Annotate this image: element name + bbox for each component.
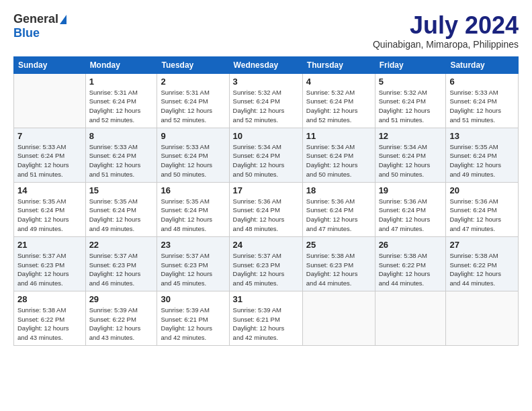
day-number: 19 <box>379 185 443 195</box>
day-info: Sunrise: 5:34 AMSunset: 6:24 PMDaylight:… <box>379 142 443 179</box>
location: Quinabigan, Mimaropa, Philippines <box>373 39 519 50</box>
day-number: 15 <box>89 185 154 195</box>
day-info: Sunrise: 5:39 AMSunset: 6:22 PMDaylight:… <box>89 306 154 342</box>
day-info: Sunrise: 5:31 AMSunset: 6:24 PMDaylight:… <box>89 88 154 125</box>
day-info: Sunrise: 5:32 AMSunset: 6:24 PMDaylight:… <box>306 88 371 125</box>
day-info: Sunrise: 5:36 AMSunset: 6:24 PMDaylight:… <box>379 197 443 234</box>
calendar-cell: 29Sunrise: 5:39 AMSunset: 6:22 PMDayligh… <box>85 291 157 345</box>
day-info: Sunrise: 5:35 AMSunset: 6:24 PMDaylight:… <box>161 197 225 234</box>
calendar-cell: 12Sunrise: 5:34 AMSunset: 6:24 PMDayligh… <box>375 128 446 182</box>
day-info: Sunrise: 5:33 AMSunset: 6:24 PMDaylight:… <box>17 142 82 179</box>
day-number: 22 <box>89 240 154 250</box>
week-row-2: 7Sunrise: 5:33 AMSunset: 6:24 PMDaylight… <box>14 128 519 182</box>
day-number: 8 <box>89 131 154 141</box>
day-number: 29 <box>89 294 154 304</box>
calendar-cell: 15Sunrise: 5:35 AMSunset: 6:24 PMDayligh… <box>85 182 157 236</box>
day-number: 21 <box>17 240 82 250</box>
day-info: Sunrise: 5:38 AMSunset: 6:23 PMDaylight:… <box>306 251 371 288</box>
day-number: 2 <box>161 77 225 87</box>
calendar-cell: 30Sunrise: 5:39 AMSunset: 6:21 PMDayligh… <box>157 291 229 345</box>
calendar-cell: 4Sunrise: 5:32 AMSunset: 6:24 PMDaylight… <box>302 73 375 128</box>
calendar-cell: 24Sunrise: 5:37 AMSunset: 6:23 PMDayligh… <box>229 236 302 291</box>
calendar-cell: 22Sunrise: 5:37 AMSunset: 6:23 PMDayligh… <box>85 236 157 291</box>
day-info: Sunrise: 5:36 AMSunset: 6:24 PMDaylight:… <box>233 197 299 234</box>
day-info: Sunrise: 5:33 AMSunset: 6:24 PMDaylight:… <box>89 142 154 179</box>
calendar-cell: 5Sunrise: 5:32 AMSunset: 6:24 PMDaylight… <box>375 73 446 128</box>
day-info: Sunrise: 5:34 AMSunset: 6:24 PMDaylight:… <box>233 142 299 179</box>
calendar-table: SundayMondayTuesdayWednesdayThursdayFrid… <box>13 56 519 346</box>
calendar-cell: 9Sunrise: 5:33 AMSunset: 6:24 PMDaylight… <box>157 128 229 182</box>
calendar-cell: 19Sunrise: 5:36 AMSunset: 6:24 PMDayligh… <box>375 182 446 236</box>
calendar-cell: 13Sunrise: 5:35 AMSunset: 6:24 PMDayligh… <box>446 128 519 182</box>
calendar-cell: 17Sunrise: 5:36 AMSunset: 6:24 PMDayligh… <box>229 182 302 236</box>
calendar-cell: 2Sunrise: 5:31 AMSunset: 6:24 PMDaylight… <box>157 73 229 128</box>
day-info: Sunrise: 5:39 AMSunset: 6:21 PMDaylight:… <box>233 306 299 342</box>
col-header-wednesday: Wednesday <box>229 56 302 73</box>
day-info: Sunrise: 5:35 AMSunset: 6:24 PMDaylight:… <box>89 197 154 234</box>
day-info: Sunrise: 5:37 AMSunset: 6:23 PMDaylight:… <box>233 251 299 288</box>
calendar-cell <box>375 291 446 345</box>
day-info: Sunrise: 5:33 AMSunset: 6:24 PMDaylight:… <box>161 142 225 179</box>
day-number: 31 <box>233 294 299 304</box>
day-info: Sunrise: 5:35 AMSunset: 6:24 PMDaylight:… <box>17 197 82 234</box>
day-number: 18 <box>306 185 371 195</box>
calendar-cell: 14Sunrise: 5:35 AMSunset: 6:24 PMDayligh… <box>14 182 86 236</box>
col-header-thursday: Thursday <box>302 56 375 73</box>
col-header-sunday: Sunday <box>14 56 86 73</box>
calendar-cell <box>302 291 375 345</box>
calendar-cell: 23Sunrise: 5:37 AMSunset: 6:23 PMDayligh… <box>157 236 229 291</box>
logo-blue-text: Blue <box>13 26 40 40</box>
day-number: 27 <box>449 240 515 250</box>
calendar-cell: 11Sunrise: 5:34 AMSunset: 6:24 PMDayligh… <box>302 128 375 182</box>
page: General Blue July 2024 Quinabigan, Mimar… <box>0 0 532 411</box>
calendar-cell: 16Sunrise: 5:35 AMSunset: 6:24 PMDayligh… <box>157 182 229 236</box>
calendar-cell: 6Sunrise: 5:33 AMSunset: 6:24 PMDaylight… <box>446 73 519 128</box>
day-info: Sunrise: 5:37 AMSunset: 6:23 PMDaylight:… <box>161 251 225 288</box>
day-info: Sunrise: 5:32 AMSunset: 6:24 PMDaylight:… <box>233 88 299 125</box>
day-number: 14 <box>17 185 82 195</box>
calendar-cell: 27Sunrise: 5:38 AMSunset: 6:22 PMDayligh… <box>446 236 519 291</box>
day-info: Sunrise: 5:37 AMSunset: 6:23 PMDaylight:… <box>89 251 154 288</box>
header: General Blue July 2024 Quinabigan, Mimar… <box>13 12 519 50</box>
calendar-cell: 8Sunrise: 5:33 AMSunset: 6:24 PMDaylight… <box>85 128 157 182</box>
calendar-cell: 28Sunrise: 5:38 AMSunset: 6:22 PMDayligh… <box>14 291 86 345</box>
col-header-friday: Friday <box>375 56 446 73</box>
calendar-cell: 21Sunrise: 5:37 AMSunset: 6:23 PMDayligh… <box>14 236 86 291</box>
day-info: Sunrise: 5:38 AMSunset: 6:22 PMDaylight:… <box>379 251 443 288</box>
calendar-cell: 10Sunrise: 5:34 AMSunset: 6:24 PMDayligh… <box>229 128 302 182</box>
col-header-saturday: Saturday <box>446 56 519 73</box>
day-number: 6 <box>449 77 515 87</box>
calendar-cell <box>14 73 86 128</box>
col-header-tuesday: Tuesday <box>157 56 229 73</box>
day-info: Sunrise: 5:36 AMSunset: 6:24 PMDaylight:… <box>449 197 515 234</box>
day-info: Sunrise: 5:32 AMSunset: 6:24 PMDaylight:… <box>379 88 443 125</box>
title-block: July 2024 Quinabigan, Mimaropa, Philippi… <box>373 12 519 50</box>
month-title: July 2024 <box>373 12 519 39</box>
calendar-cell: 3Sunrise: 5:32 AMSunset: 6:24 PMDaylight… <box>229 73 302 128</box>
calendar-cell: 25Sunrise: 5:38 AMSunset: 6:23 PMDayligh… <box>302 236 375 291</box>
day-number: 23 <box>161 240 225 250</box>
week-row-1: 1Sunrise: 5:31 AMSunset: 6:24 PMDaylight… <box>14 73 519 128</box>
day-number: 9 <box>161 131 225 141</box>
calendar-cell: 31Sunrise: 5:39 AMSunset: 6:21 PMDayligh… <box>229 291 302 345</box>
day-number: 25 <box>306 240 371 250</box>
day-number: 17 <box>233 185 299 195</box>
day-number: 10 <box>233 131 299 141</box>
day-info: Sunrise: 5:34 AMSunset: 6:24 PMDaylight:… <box>306 142 371 179</box>
day-info: Sunrise: 5:31 AMSunset: 6:24 PMDaylight:… <box>161 88 225 125</box>
day-number: 24 <box>233 240 299 250</box>
day-number: 5 <box>379 77 443 87</box>
day-info: Sunrise: 5:39 AMSunset: 6:21 PMDaylight:… <box>161 306 225 342</box>
day-number: 1 <box>89 77 154 87</box>
day-number: 28 <box>17 294 82 304</box>
calendar-cell: 7Sunrise: 5:33 AMSunset: 6:24 PMDaylight… <box>14 128 86 182</box>
week-row-4: 21Sunrise: 5:37 AMSunset: 6:23 PMDayligh… <box>14 236 519 291</box>
calendar-cell: 26Sunrise: 5:38 AMSunset: 6:22 PMDayligh… <box>375 236 446 291</box>
day-number: 3 <box>233 77 299 87</box>
day-info: Sunrise: 5:33 AMSunset: 6:24 PMDaylight:… <box>449 88 515 125</box>
logo-icon <box>60 15 66 24</box>
calendar-cell: 20Sunrise: 5:36 AMSunset: 6:24 PMDayligh… <box>446 182 519 236</box>
day-number: 30 <box>161 294 225 304</box>
day-number: 26 <box>379 240 443 250</box>
calendar-cell: 1Sunrise: 5:31 AMSunset: 6:24 PMDaylight… <box>85 73 157 128</box>
